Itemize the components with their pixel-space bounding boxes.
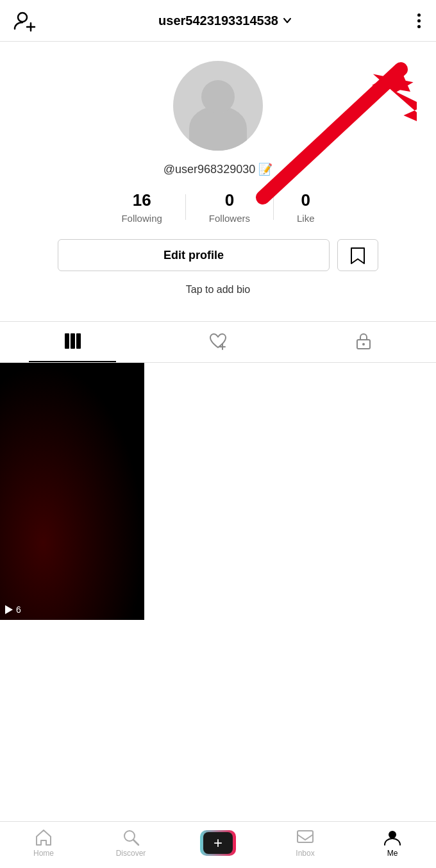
following-stat[interactable]: 16 Following: [98, 190, 185, 224]
nav-inbox-label: Inbox: [296, 849, 314, 858]
avatar: [173, 61, 263, 151]
nav-home[interactable]: Home: [18, 828, 69, 858]
username-text: user5423193314538: [158, 13, 278, 28]
svg-point-17: [389, 831, 396, 839]
bookmark-button[interactable]: [337, 239, 378, 271]
plus-icon: +: [214, 835, 222, 851]
avatar-head: [201, 80, 235, 113]
add-user-button[interactable]: [13, 9, 36, 32]
followers-count: 0: [225, 190, 234, 210]
likes-label: Like: [297, 213, 315, 224]
nav-create[interactable]: +: [192, 830, 244, 856]
nav-discover-label: Discover: [116, 849, 146, 858]
bottom-nav: Home Discover + Inbox Me: [0, 821, 436, 868]
header: user5423193314538: [0, 0, 436, 42]
profile-section: @user968329030 📝 16 Following 0 Follower…: [0, 42, 436, 308]
likes-count: 0: [301, 190, 310, 210]
svg-point-13: [362, 343, 365, 346]
tab-posts[interactable]: [0, 322, 146, 362]
svg-rect-8: [71, 333, 75, 349]
nav-me[interactable]: Me: [367, 828, 418, 858]
following-count: 16: [133, 190, 151, 210]
action-buttons-row: Edit profile: [58, 239, 378, 271]
nav-inbox[interactable]: Inbox: [280, 828, 331, 858]
edit-profile-button[interactable]: Edit profile: [58, 239, 330, 271]
inbox-icon: [296, 828, 314, 846]
home-icon: [35, 828, 53, 846]
video-thumbnail[interactable]: 6: [0, 363, 144, 620]
search-icon: [122, 828, 140, 846]
create-button[interactable]: +: [200, 830, 236, 856]
username-display[interactable]: user5423193314538: [158, 13, 292, 28]
followers-label: Followers: [209, 213, 250, 224]
profile-tabs: [0, 321, 436, 363]
avatar-body: [189, 106, 247, 151]
nav-me-label: Me: [387, 849, 398, 858]
user-handle: @user968329030 📝: [164, 162, 272, 176]
play-count: 6: [16, 605, 21, 615]
chevron-down-icon: [282, 15, 292, 26]
svg-rect-7: [65, 333, 69, 349]
tab-liked[interactable]: [146, 322, 291, 362]
video-play-info: 6: [5, 605, 21, 615]
tab-private[interactable]: [290, 322, 436, 362]
following-label: Following: [121, 213, 162, 224]
nav-home-label: Home: [33, 849, 54, 858]
more-options-button[interactable]: [415, 11, 423, 31]
liked-icon: [208, 332, 228, 355]
video-grid: 6: [0, 363, 436, 620]
lock-icon: [355, 332, 372, 355]
nav-discover[interactable]: Discover: [105, 828, 156, 858]
svg-line-15: [133, 840, 138, 845]
svg-point-0: [18, 13, 27, 22]
play-icon: [5, 605, 13, 614]
profile-icon: [383, 828, 401, 846]
bookmark-icon: [349, 246, 366, 264]
svg-rect-9: [76, 333, 81, 349]
stats-row: 16 Following 0 Followers 0 Like: [13, 190, 423, 224]
bio-placeholder[interactable]: Tap to add bio: [186, 284, 251, 296]
plus-btn-inner: +: [203, 832, 233, 854]
main-content: @user968329030 📝 16 Following 0 Follower…: [0, 42, 436, 678]
grid-icon: [63, 332, 81, 355]
likes-stat[interactable]: 0 Like: [274, 190, 338, 224]
followers-stat[interactable]: 0 Followers: [186, 190, 273, 224]
